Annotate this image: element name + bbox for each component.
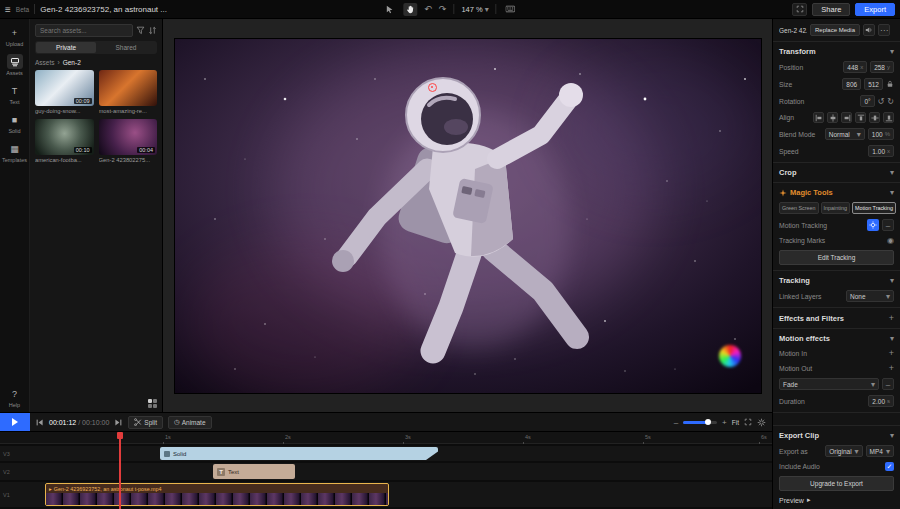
split-button[interactable]: Split bbox=[128, 416, 163, 429]
align-right-icon[interactable] bbox=[841, 112, 852, 123]
more-options-icon[interactable]: ⋯ bbox=[878, 24, 890, 36]
select-tool-icon[interactable] bbox=[382, 3, 396, 16]
sidebar-item-solid[interactable]: ■ Solid bbox=[2, 112, 28, 134]
keyboard-shortcuts-icon[interactable] bbox=[504, 3, 518, 16]
sidebar-item-upload[interactable]: + Upload bbox=[2, 25, 28, 47]
undo-icon[interactable]: ↶ bbox=[424, 4, 432, 14]
video-clip[interactable]: ▸ Gen-2 4236923752, an astronaut t-pose.… bbox=[45, 483, 389, 506]
align-top-icon[interactable] bbox=[855, 112, 866, 123]
asset-card[interactable]: 00:04 Gen-2 423802275... bbox=[99, 119, 158, 163]
share-button[interactable]: Share bbox=[812, 3, 850, 16]
help-button[interactable]: ? Help bbox=[2, 386, 28, 408]
tab-green-screen[interactable]: Green Screen bbox=[779, 202, 819, 214]
remove-tracking-point-icon[interactable]: – bbox=[882, 219, 894, 231]
rotate-ccw-icon[interactable]: ↺ bbox=[878, 97, 885, 106]
text-chip-icon: T bbox=[217, 468, 225, 476]
zoom-out-icon[interactable]: – bbox=[674, 418, 678, 427]
breadcrumb-root[interactable]: Assets bbox=[35, 59, 55, 66]
duration-badge: 00:04 bbox=[137, 147, 155, 153]
filter-icon[interactable] bbox=[136, 26, 145, 35]
add-motion-in-icon[interactable]: + bbox=[889, 348, 894, 358]
opacity-input[interactable]: 100% bbox=[868, 128, 894, 140]
align-center-h-icon[interactable] bbox=[827, 112, 838, 123]
hand-tool-icon[interactable] bbox=[403, 3, 417, 16]
animate-button[interactable]: ◷Animate bbox=[168, 416, 212, 429]
tab-inpainting[interactable]: Inpainting bbox=[821, 202, 850, 214]
export-format-dropdown[interactable]: Original▾ bbox=[825, 445, 862, 457]
position-x-input[interactable]: 448x bbox=[843, 61, 867, 73]
align-left-icon[interactable] bbox=[813, 112, 824, 123]
sidebar-item-text[interactable]: T Text bbox=[2, 83, 28, 105]
align-center-v-icon[interactable] bbox=[869, 112, 880, 123]
solid-clip[interactable]: Solid bbox=[160, 447, 438, 460]
skip-to-end-icon[interactable] bbox=[114, 418, 123, 427]
tab-motion-tracking[interactable]: Motion Tracking bbox=[852, 202, 896, 214]
export-clip-section-header[interactable]: Export Clip ▾ bbox=[779, 431, 894, 440]
size-height-input[interactable]: 512 bbox=[864, 78, 883, 90]
redo-icon[interactable]: ↷ bbox=[439, 4, 447, 14]
asset-card[interactable]: 00:10 american-footba... bbox=[35, 119, 94, 163]
rotation-input[interactable]: 0° bbox=[860, 95, 874, 107]
asset-card[interactable]: 00:09 guy-doing-snow... bbox=[35, 70, 94, 114]
tab-shared[interactable]: Shared bbox=[96, 42, 156, 53]
linked-layers-dropdown[interactable]: None▾ bbox=[846, 290, 894, 302]
fade-duration-input[interactable]: 2.00s bbox=[868, 395, 894, 407]
magic-tools-section: Magic Tools ▾ Green Screen Inpainting Mo… bbox=[773, 183, 900, 271]
fit-button[interactable]: Fit bbox=[732, 419, 739, 426]
replace-media-button[interactable]: Replace Media bbox=[810, 24, 860, 36]
rotate-cw-icon[interactable]: ↻ bbox=[887, 97, 894, 106]
size-width-input[interactable]: 806 bbox=[842, 78, 861, 90]
visibility-icon[interactable]: ◉ bbox=[887, 236, 894, 245]
tracking-section-header[interactable]: Tracking ▾ bbox=[779, 276, 894, 285]
search-input[interactable] bbox=[35, 24, 133, 37]
remove-fade-icon[interactable]: – bbox=[882, 378, 894, 390]
zoom-in-icon[interactable]: + bbox=[722, 418, 727, 427]
timeline-ruler[interactable]: 1s 2s 3s 4s 5s 6s bbox=[0, 432, 772, 444]
preview-toggle[interactable]: Preview ▸ bbox=[779, 496, 894, 504]
blend-mode-dropdown[interactable]: Normal▾ bbox=[825, 128, 865, 140]
ruler-tick: 4s bbox=[525, 434, 531, 440]
edit-tracking-button[interactable]: Edit Tracking bbox=[779, 250, 894, 265]
position-y-input[interactable]: 258y bbox=[870, 61, 894, 73]
sort-icon[interactable] bbox=[148, 26, 157, 35]
tab-private[interactable]: Private bbox=[36, 42, 96, 53]
motion-effects-section-header[interactable]: Motion effects ▾ bbox=[779, 334, 894, 343]
play-button[interactable] bbox=[0, 413, 30, 431]
add-motion-out-icon[interactable]: + bbox=[889, 363, 894, 373]
volume-icon[interactable] bbox=[863, 24, 875, 36]
asset-card[interactable]: most-amazing-re... bbox=[99, 70, 158, 114]
asset-name: Gen-2 423802275... bbox=[99, 157, 158, 163]
export-container-dropdown[interactable]: MP4▾ bbox=[866, 445, 894, 457]
ruler-tick: 2s bbox=[285, 434, 291, 440]
slider-knob[interactable] bbox=[705, 419, 711, 425]
text-clip[interactable]: T Text bbox=[213, 464, 295, 479]
upgrade-to-export-button[interactable]: Upgrade to Export bbox=[779, 476, 894, 491]
export-button[interactable]: Export bbox=[855, 3, 895, 16]
timeline-settings-icon[interactable] bbox=[757, 418, 766, 427]
skip-to-start-icon[interactable] bbox=[35, 418, 44, 427]
transform-section-header[interactable]: Transform ▾ bbox=[779, 47, 894, 56]
include-audio-checkbox[interactable]: ✓ bbox=[885, 462, 894, 471]
expand-timeline-icon[interactable] bbox=[744, 418, 752, 426]
sidebar-item-assets[interactable]: Assets bbox=[2, 54, 28, 76]
preview-canvas[interactable] bbox=[163, 19, 772, 412]
playhead[interactable] bbox=[119, 432, 121, 509]
effects-section-header[interactable]: Effects and Filters + bbox=[779, 313, 894, 323]
sidebar-item-templates[interactable]: ▦ Templates bbox=[2, 141, 28, 163]
lock-aspect-icon[interactable] bbox=[886, 80, 894, 88]
track-v3: V3 Solid bbox=[0, 446, 772, 461]
add-tracking-point-icon[interactable] bbox=[867, 219, 879, 231]
video-frame[interactable] bbox=[175, 39, 761, 393]
align-bottom-icon[interactable] bbox=[883, 112, 894, 123]
speed-input[interactable]: 1.00x bbox=[868, 145, 894, 157]
magic-tools-section-header[interactable]: Magic Tools ▾ bbox=[779, 188, 894, 197]
main-menu-icon[interactable]: ≡ bbox=[5, 4, 11, 15]
motion-tracking-marker[interactable] bbox=[428, 83, 437, 92]
zoom-level-dropdown[interactable]: 147 %▾ bbox=[461, 5, 488, 14]
timeline-zoom-slider[interactable] bbox=[683, 421, 717, 424]
fade-dropdown[interactable]: Fade▾ bbox=[779, 378, 879, 390]
grid-view-toggle-icon[interactable] bbox=[148, 399, 157, 408]
preview-window-icon[interactable] bbox=[792, 3, 807, 16]
add-effect-icon[interactable]: + bbox=[889, 313, 894, 323]
crop-section-header[interactable]: Crop ▾ bbox=[779, 168, 894, 177]
